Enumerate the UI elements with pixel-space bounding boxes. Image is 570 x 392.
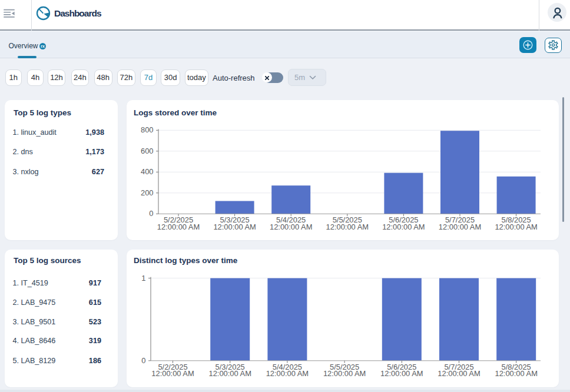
svg-text:12:00:00 AM: 12:00:00 AM — [326, 222, 369, 231]
svg-text:12:00:00 AM: 12:00:00 AM — [323, 369, 366, 378]
svg-text:12:00:00 AM: 12:00:00 AM — [157, 222, 200, 231]
svg-text:600: 600 — [141, 147, 154, 155]
svg-text:12:00:00 AM: 12:00:00 AM — [266, 369, 309, 378]
svg-text:12:00:00 AM: 12:00:00 AM — [151, 369, 194, 378]
svg-text:1: 1 — [141, 274, 145, 283]
svg-text:0: 0 — [141, 356, 145, 365]
svg-text:12:00:00 AM: 12:00:00 AM — [495, 222, 537, 231]
svg-text:200: 200 — [141, 188, 154, 197]
svg-text:12:00:00 AM: 12:00:00 AM — [382, 222, 425, 231]
svg-text:800: 800 — [141, 125, 154, 134]
svg-text:12:00:00 AM: 12:00:00 AM — [213, 222, 256, 231]
svg-text:12:00:00 AM: 12:00:00 AM — [380, 369, 423, 378]
svg-text:12:00:00 AM: 12:00:00 AM — [438, 369, 480, 378]
svg-text:0: 0 — [149, 209, 153, 218]
svg-text:12:00:00 AM: 12:00:00 AM — [495, 369, 538, 378]
svg-text:12:00:00 AM: 12:00:00 AM — [439, 222, 481, 231]
svg-text:12:00:00 AM: 12:00:00 AM — [209, 369, 251, 378]
svg-text:12:00:00 AM: 12:00:00 AM — [270, 222, 312, 231]
svg-text:400: 400 — [141, 167, 154, 176]
